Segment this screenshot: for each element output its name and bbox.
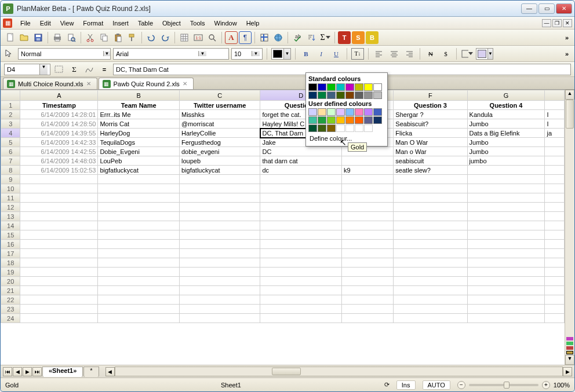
maximize-button[interactable]: ▭	[538, 3, 555, 14]
new-file-button[interactable]	[4, 31, 17, 44]
bold-button[interactable]: B	[300, 48, 312, 60]
zoom-out-button[interactable]: −	[457, 381, 465, 389]
row-header-24[interactable]: 24	[1, 314, 20, 323]
cell[interactable]: bigfatluckycat	[98, 166, 180, 175]
spellcheck-button[interactable]: ab	[291, 31, 304, 44]
column-header-A[interactable]: A	[20, 90, 98, 101]
color-swatch[interactable]	[345, 124, 354, 132]
color-swatch[interactable]	[327, 91, 336, 99]
color-swatch[interactable]	[336, 116, 345, 124]
basicmaker-button[interactable]: B	[366, 31, 379, 44]
row-header-4[interactable]: 4	[1, 129, 20, 138]
doc-minimize-button[interactable]: —	[542, 19, 551, 27]
cell[interactable]: TequilaDogs	[98, 138, 180, 147]
doc-close-button[interactable]: ✕	[563, 19, 572, 27]
cell[interactable]: seatle slew?	[394, 166, 467, 175]
color-swatch[interactable]	[327, 116, 336, 124]
row-header-8[interactable]: 8	[1, 166, 20, 175]
cell[interactable]: jumbo	[467, 156, 545, 166]
print-button[interactable]	[51, 31, 64, 44]
vertical-scrollbar[interactable]: ▲ ▼	[565, 90, 574, 365]
cell[interactable]: HarleyDog	[98, 129, 180, 138]
color-swatch[interactable]	[336, 108, 345, 116]
row-header-5[interactable]: 5	[1, 138, 20, 147]
color-swatch[interactable]	[364, 91, 373, 99]
cell[interactable]: Jumbo	[467, 147, 545, 156]
doc-restore-button[interactable]: ❐	[552, 19, 562, 27]
color-swatch[interactable]	[318, 124, 326, 132]
new-sheet-tab[interactable]: *	[83, 367, 99, 377]
row-header-1[interactable]: 1	[1, 101, 20, 110]
cell[interactable]: LouPeb	[98, 156, 180, 166]
align-center-button[interactable]	[388, 48, 401, 60]
color-swatch[interactable]	[364, 124, 373, 132]
column-header-F[interactable]: F	[394, 90, 467, 101]
row-header-14[interactable]: 14	[1, 221, 20, 230]
row-header-13[interactable]: 13	[1, 212, 20, 221]
sum-function-button[interactable]: Σ	[68, 64, 81, 75]
color-swatch[interactable]	[364, 108, 373, 116]
color-swatch[interactable]	[345, 116, 354, 124]
menu-table[interactable]: Table	[133, 19, 158, 28]
cell[interactable]: dc	[260, 166, 342, 175]
color-swatch[interactable]	[318, 91, 326, 99]
range-select-button[interactable]	[53, 64, 65, 75]
row-header-2[interactable]: 2	[1, 110, 20, 119]
color-swatch[interactable]	[308, 124, 317, 132]
row-header-23[interactable]: 23	[1, 305, 20, 314]
color-swatch[interactable]	[355, 108, 363, 116]
font-select[interactable]: ▼	[113, 48, 229, 60]
row-header-17[interactable]: 17	[1, 249, 20, 258]
row-header-12[interactable]: 12	[1, 203, 20, 212]
sort-button[interactable]	[305, 31, 318, 44]
sheet-prev-button[interactable]: ◀	[13, 367, 22, 376]
cell[interactable]	[545, 147, 565, 156]
font-color-button[interactable]: ▼	[271, 48, 291, 60]
cell[interactable]: Shergar ?	[394, 110, 467, 119]
doc-tab-1[interactable]: ▦Pawb Quiz Round 2.xls✕	[99, 78, 194, 89]
function-wizard-button[interactable]	[83, 64, 96, 75]
color-swatch[interactable]	[364, 83, 373, 91]
print-preview-button[interactable]	[65, 31, 78, 44]
column-header-C[interactable]: C	[179, 90, 260, 101]
menu-format[interactable]: Format	[78, 19, 108, 28]
row-header-7[interactable]: 7	[1, 156, 20, 166]
sheet-next-button[interactable]: ▶	[23, 367, 32, 376]
row-header-16[interactable]: 16	[1, 240, 20, 249]
color-swatch[interactable]	[308, 108, 317, 116]
cell[interactable]: Dobie_Evgeni	[98, 147, 180, 156]
cell[interactable]: Fergusthedog	[179, 138, 260, 147]
menu-edit[interactable]: Edit	[35, 19, 56, 28]
spreadsheet-grid[interactable]: ABCDEFG 1TimestampTeam NameTwitter usern…	[1, 90, 565, 323]
cell[interactable]: Jumbo	[467, 119, 545, 129]
row-header-11[interactable]: 11	[1, 193, 20, 203]
column-header-B[interactable]: B	[98, 90, 180, 101]
color-swatch[interactable]	[373, 108, 382, 116]
cell[interactable]: that darn cat	[260, 156, 342, 166]
row-header-9[interactable]: 9	[1, 175, 20, 184]
doc-tab-0[interactable]: ▦Multi Choice Round.xls✕	[3, 78, 97, 89]
style-select[interactable]: ▼	[18, 48, 111, 60]
selection-cursor-icon[interactable]	[4, 49, 16, 59]
row-header-22[interactable]: 22	[1, 295, 20, 305]
color-swatch[interactable]	[327, 124, 336, 132]
cell[interactable]: @morriscat	[179, 119, 260, 129]
cell[interactable]: Kandula	[467, 110, 545, 119]
cell[interactable]	[545, 156, 565, 166]
color-swatch[interactable]	[355, 116, 363, 124]
row-header-10[interactable]: 10	[1, 184, 20, 193]
cell[interactable]: loupeb	[179, 156, 260, 166]
menu-insert[interactable]: Insert	[108, 19, 133, 28]
currency-button[interactable]: $	[439, 48, 452, 60]
scroll-up-button[interactable]: ▲	[565, 90, 574, 100]
font-size-select[interactable]: ▼	[231, 48, 263, 60]
cell[interactable]	[545, 166, 565, 175]
minimize-button[interactable]: —	[521, 3, 537, 14]
cell[interactable]: I	[545, 110, 565, 119]
char-format-button[interactable]: A	[225, 31, 238, 44]
cell[interactable]: k9	[342, 166, 394, 175]
fill-color-button[interactable]: ▼	[476, 48, 493, 60]
close-button[interactable]: ✕	[556, 3, 572, 14]
color-swatch[interactable]	[345, 83, 354, 91]
color-swatch[interactable]	[336, 124, 345, 132]
